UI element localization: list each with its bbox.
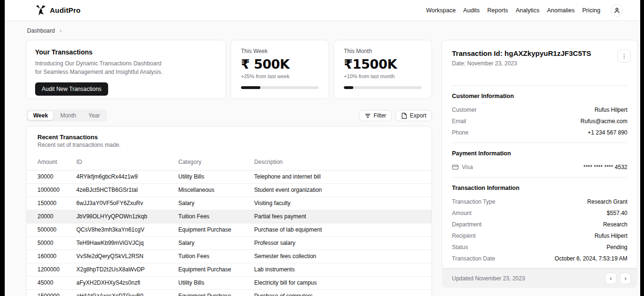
info-value: $557.40 — [607, 210, 627, 216]
table-title: Recent Transactions — [27, 134, 432, 141]
cell-id: VvSfe2dQeryQSkVL2RSN — [76, 250, 178, 263]
chevron-left-icon: ‹ — [610, 275, 612, 281]
info-label: Email — [452, 118, 466, 125]
customer-info-rows: CustomerRufus HilpertEmailRufus@acme.com… — [452, 104, 627, 138]
info-label: Status — [452, 244, 468, 251]
tab-month[interactable]: Month — [55, 111, 82, 120]
tab-week[interactable]: Week — [28, 111, 54, 120]
brand-name: AuditPro — [50, 6, 81, 14]
cell-category: Tuition Fees — [178, 210, 254, 224]
user-icon — [614, 7, 620, 14]
cell-amount: 20000 — [27, 210, 76, 224]
audit-new-transactions-button[interactable]: Audit New Transactions — [35, 82, 108, 96]
export-button[interactable]: Export — [396, 110, 432, 121]
table-row[interactable]: 10000004zeBJct5HCTB6GSr1talMiscellaneous… — [27, 184, 432, 197]
info-row: RecipientRufus Hilpert — [452, 230, 627, 242]
table-row[interactable]: 20000JbV98OLHYyQPOWn1zkqbTuition FeesPar… — [27, 210, 432, 224]
cell-amount: 500000 — [27, 224, 76, 237]
tab-year[interactable]: Year — [83, 111, 106, 120]
table-row[interactable]: 1500006wJJ3aY0VF5oFY6ZxuRvSalaryVisiting… — [27, 197, 432, 210]
progress-fill — [241, 86, 260, 89]
info-value: Pending — [607, 244, 627, 251]
info-row: Transaction DateOctober 6, 2024, 7:53:19… — [452, 253, 627, 264]
hero-subtitle-line1: Introducing Our Dynamic Transactions Das… — [35, 60, 161, 67]
nav-item-pricing[interactable]: Pricing — [582, 7, 600, 14]
progress-bar — [241, 86, 319, 89]
cell-amount: 45000 — [27, 277, 76, 290]
info-row: CustomerRufus Hilpert — [452, 104, 627, 116]
left-column: Your Transactions Introducing Our Dynami… — [26, 40, 432, 296]
export-label: Export — [410, 112, 426, 119]
section-title: Customer Information — [452, 91, 627, 101]
stat-change: +25% from last week — [241, 73, 319, 79]
info-value: Rufus Hilpert — [595, 107, 627, 113]
tabs-toolbar-row: WeekMonthYear Filter — [26, 109, 432, 122]
column-header-description: Description — [254, 155, 432, 170]
hero-subtitle: Introducing Our Dynamic Transactions Das… — [35, 59, 217, 76]
section-title: Transaction Information — [452, 183, 627, 193]
cell-description: Purchase of lab equipment — [254, 224, 432, 237]
table-row[interactable]: 1200000X2g8hpTD2t2UsX8aWvDPEquipment Pur… — [27, 263, 432, 277]
info-row: Amount$557.40 — [452, 207, 627, 219]
nav-item-audits[interactable]: Audits — [463, 7, 480, 14]
table-row[interactable]: 45000aFyXH2DXHXyS4zs0nzfiUtility BillsEl… — [27, 277, 432, 290]
customer-information-section: Customer Information CustomerRufus Hilpe… — [452, 86, 627, 143]
cell-id: X2g8hpTD2t2UsX8aWvDP — [76, 263, 178, 277]
info-label: Transaction Date — [452, 255, 495, 262]
cell-id: QCsV8he3mh3kaYn61cgV — [76, 224, 178, 237]
previous-button[interactable]: ‹ — [605, 273, 616, 284]
cell-amount: 1000000 — [27, 184, 76, 197]
table-row[interactable]: 160000VvSfe2dQeryQSkVL2RSNTuition FeesSe… — [27, 250, 432, 263]
user-avatar-button[interactable] — [611, 4, 623, 17]
nav-item-analytics[interactable]: Analytics — [515, 7, 539, 14]
cell-amount: 30000 — [27, 170, 76, 184]
ellipsis-vertical-icon: ⋮ — [621, 53, 627, 60]
table-row[interactable]: 50000TeH9HawKb99mViGVJCjqSalaryProfessor… — [27, 237, 432, 250]
info-value: Rufus@acme.com — [580, 118, 627, 125]
cell-category: Miscellaneous — [178, 184, 254, 197]
cell-description: Professor salary — [254, 237, 432, 250]
chevron-right-icon: › — [625, 275, 626, 281]
info-label: Transaction Type — [452, 198, 495, 205]
info-row: StatusPending — [452, 242, 627, 253]
cell-category: Equipment Purchase — [178, 224, 254, 237]
file-export-icon — [401, 113, 407, 119]
info-value: October 6, 2024, 7:53:19 AM — [555, 255, 627, 262]
more-options-button[interactable]: ⋮ — [617, 49, 631, 63]
table-row[interactable]: 1500000aH4AtGzAxcsXcDTGvuB0Equipment Pur… — [27, 290, 432, 296]
filter-button[interactable]: Filter — [359, 110, 392, 121]
breadcrumb-dashboard[interactable]: Dashboard — [27, 27, 55, 34]
cell-description: Purchase of computers — [254, 290, 432, 296]
payment-method-label: Visa — [462, 164, 473, 170]
panel-header: Transaction Id: hgAXZkypyuR1zJF3C5TS Dat… — [442, 40, 637, 67]
section-title: Payment Information — [452, 148, 627, 159]
stat-value: ₹ 500K — [241, 57, 319, 72]
nav-item-workspace[interactable]: Workspace — [426, 7, 456, 14]
stat-label: This Month — [344, 48, 422, 54]
your-transactions-card: Your Transactions Introducing Our Dynami… — [26, 40, 226, 99]
credit-card-icon — [452, 164, 459, 170]
main-content: Dashboard › Your Transactions Introducin… — [5, 21, 640, 296]
payment-information-section: Payment Information Visa **** **** — [452, 143, 627, 177]
bird-logo-icon — [36, 5, 46, 16]
table-row[interactable]: 500000QCsV8he3mh3kaYn61cgVEquipment Purc… — [27, 224, 432, 237]
app-window: AuditPro WorkspaceAuditsReportsAnalytics… — [5, 0, 640, 296]
nav-item-reports[interactable]: Reports — [488, 7, 508, 14]
stat-label: This Week — [241, 48, 319, 54]
main-nav: WorkspaceAuditsReportsAnalyticsAnomalies… — [426, 4, 623, 17]
cell-description: Semester fees collection — [254, 250, 432, 263]
column-header-id: ID — [76, 155, 178, 170]
cell-id: TeH9HawKb99mViGVJCjq — [76, 237, 178, 250]
next-button[interactable]: › — [620, 273, 631, 284]
nav-item-anomalies[interactable]: Anomalies — [547, 7, 574, 14]
panel-body: Customer Information CustomerRufus Hilpe… — [442, 67, 637, 269]
cell-category: Utility Bills — [178, 170, 254, 184]
column-header-amount: Amount — [27, 155, 76, 170]
brand-logo[interactable]: AuditPro — [36, 5, 81, 16]
cell-id: 4RYikfjm6gbcRx44z1w9 — [76, 170, 178, 184]
cell-amount: 150000 — [27, 197, 76, 210]
table-row[interactable]: 300004RYikfjm6gbcRx44z1w9Utility BillsTe… — [27, 170, 432, 184]
info-row: EmailRufus@acme.com — [452, 116, 627, 127]
cell-description: Electricity bill for campus — [254, 277, 432, 290]
recent-transactions-card: Recent Transactions Recent set of transa… — [26, 126, 432, 296]
